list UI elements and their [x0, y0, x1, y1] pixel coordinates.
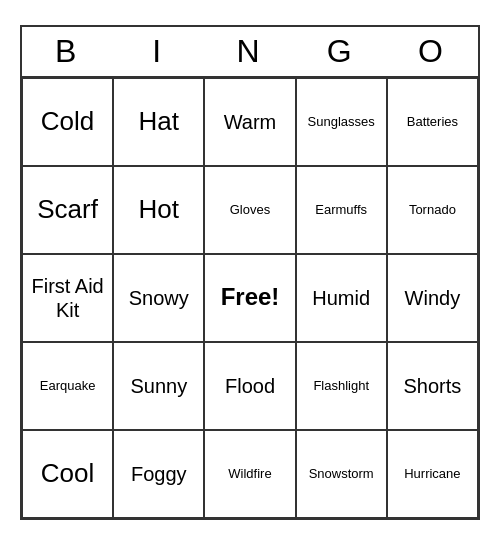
- cell-text-r0-c0: Cold: [41, 106, 94, 137]
- header-letter-n: N: [204, 27, 295, 76]
- cell-text-r4-c2: Wildfire: [228, 466, 271, 482]
- cell-r4-c3: Snowstorm: [296, 430, 387, 518]
- cell-text-r2-c4: Windy: [405, 286, 461, 310]
- cell-r0-c3: Sunglasses: [296, 78, 387, 166]
- cell-r2-c1: Snowy: [113, 254, 204, 342]
- cell-r1-c4: Tornado: [387, 166, 478, 254]
- bingo-grid: ColdHatWarmSunglassesBatteriesScarfHotGl…: [22, 78, 478, 518]
- cell-r4-c0: Cool: [22, 430, 113, 518]
- cell-r4-c1: Foggy: [113, 430, 204, 518]
- cell-text-r0-c1: Hat: [139, 106, 179, 137]
- cell-text-r3-c2: Flood: [225, 374, 275, 398]
- cell-r3-c2: Flood: [204, 342, 295, 430]
- cell-text-r1-c2: Gloves: [230, 202, 270, 218]
- cell-text-r0-c4: Batteries: [407, 114, 458, 130]
- cell-r0-c2: Warm: [204, 78, 295, 166]
- cell-text-r2-c1: Snowy: [129, 286, 189, 310]
- cell-r3-c3: Flashlight: [296, 342, 387, 430]
- cell-text-r3-c3: Flashlight: [313, 378, 369, 394]
- cell-text-r1-c4: Tornado: [409, 202, 456, 218]
- cell-text-r2-c2: Free!: [221, 283, 280, 312]
- cell-r1-c2: Gloves: [204, 166, 295, 254]
- cell-text-r0-c3: Sunglasses: [308, 114, 375, 130]
- cell-r1-c0: Scarf: [22, 166, 113, 254]
- cell-text-r4-c3: Snowstorm: [309, 466, 374, 482]
- cell-r4-c2: Wildfire: [204, 430, 295, 518]
- cell-text-r4-c4: Hurricane: [404, 466, 460, 482]
- header-letter-o: O: [387, 27, 478, 76]
- header-letter-g: G: [296, 27, 387, 76]
- cell-r3-c4: Shorts: [387, 342, 478, 430]
- cell-r2-c2: Free!: [204, 254, 295, 342]
- header-letter-i: I: [113, 27, 204, 76]
- cell-text-r3-c4: Shorts: [403, 374, 461, 398]
- cell-r3-c0: Earquake: [22, 342, 113, 430]
- cell-text-r4-c1: Foggy: [131, 462, 187, 486]
- bingo-header: BINGO: [22, 27, 478, 78]
- cell-r2-c3: Humid: [296, 254, 387, 342]
- cell-r3-c1: Sunny: [113, 342, 204, 430]
- cell-r0-c4: Batteries: [387, 78, 478, 166]
- cell-text-r1-c1: Hot: [139, 194, 179, 225]
- cell-text-r1-c0: Scarf: [37, 194, 98, 225]
- cell-r0-c1: Hat: [113, 78, 204, 166]
- cell-r1-c1: Hot: [113, 166, 204, 254]
- cell-text-r2-c0: First Aid Kit: [27, 274, 108, 322]
- cell-text-r0-c2: Warm: [224, 110, 277, 134]
- cell-text-r3-c1: Sunny: [130, 374, 187, 398]
- cell-text-r2-c3: Humid: [312, 286, 370, 310]
- cell-text-r3-c0: Earquake: [40, 378, 96, 394]
- cell-r0-c0: Cold: [22, 78, 113, 166]
- cell-r2-c4: Windy: [387, 254, 478, 342]
- cell-r2-c0: First Aid Kit: [22, 254, 113, 342]
- header-letter-b: B: [22, 27, 113, 76]
- bingo-card: BINGO ColdHatWarmSunglassesBatteriesScar…: [20, 25, 480, 520]
- cell-r4-c4: Hurricane: [387, 430, 478, 518]
- cell-text-r1-c3: Earmuffs: [315, 202, 367, 218]
- cell-r1-c3: Earmuffs: [296, 166, 387, 254]
- cell-text-r4-c0: Cool: [41, 458, 94, 489]
